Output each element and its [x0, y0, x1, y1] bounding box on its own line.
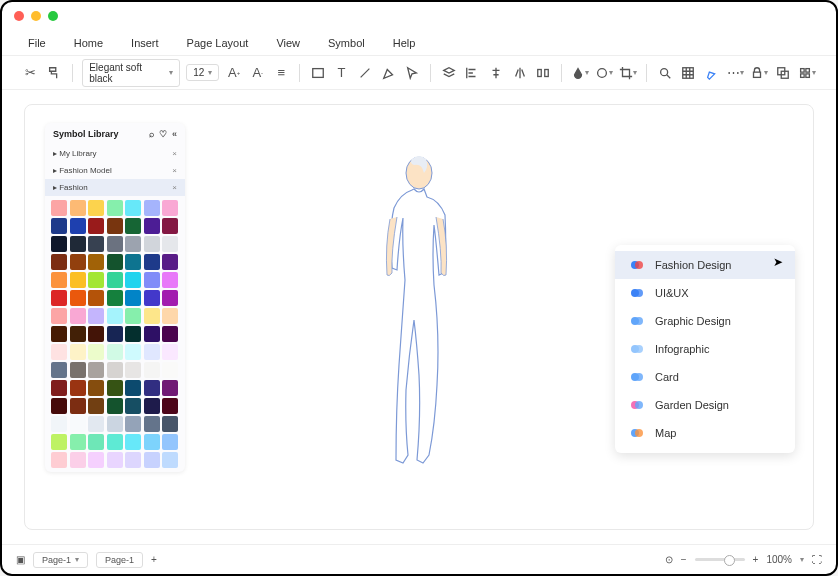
symbol-item[interactable] [144, 362, 160, 378]
distribute-icon[interactable] [534, 64, 552, 82]
symbol-item[interactable] [88, 326, 104, 342]
symbol-item[interactable] [51, 236, 67, 252]
symbol-item[interactable] [88, 434, 104, 450]
menu-view[interactable]: View [276, 37, 300, 49]
symbol-item[interactable] [51, 362, 67, 378]
symbol-item[interactable] [107, 380, 123, 396]
template-garden-design[interactable]: Garden Design [615, 391, 795, 419]
symbol-item[interactable] [51, 290, 67, 306]
symbol-item[interactable] [162, 254, 178, 270]
symbol-item[interactable] [125, 290, 141, 306]
symbol-item[interactable] [51, 272, 67, 288]
decrease-font-icon[interactable]: A- [249, 64, 267, 82]
symbol-item[interactable] [88, 218, 104, 234]
symbol-item[interactable] [144, 308, 160, 324]
symbol-item[interactable] [107, 344, 123, 360]
fullscreen-icon[interactable]: ⛶ [812, 554, 822, 565]
text-tool-icon[interactable]: T [333, 64, 351, 82]
font-select[interactable]: Elegant soft black▾ [82, 59, 180, 87]
align-left-icon[interactable] [464, 64, 482, 82]
symbol-item[interactable] [144, 380, 160, 396]
symbol-item[interactable] [88, 290, 104, 306]
add-page-button[interactable]: + [151, 554, 157, 565]
symbol-item[interactable] [88, 200, 104, 216]
symbol-item[interactable] [162, 434, 178, 450]
search-icon[interactable]: ⌕ [149, 129, 154, 139]
symbol-item[interactable] [144, 326, 160, 342]
rectangle-tool-icon[interactable] [309, 64, 327, 82]
menu-home[interactable]: Home [74, 37, 103, 49]
symbol-item[interactable] [162, 344, 178, 360]
symbol-item[interactable] [70, 218, 86, 234]
flip-h-icon[interactable] [511, 64, 529, 82]
menu-symbol[interactable]: Symbol [328, 37, 365, 49]
symbol-item[interactable] [144, 218, 160, 234]
symbol-item[interactable] [88, 254, 104, 270]
symbol-item[interactable] [162, 398, 178, 414]
symbol-item[interactable] [107, 308, 123, 324]
symbol-item[interactable] [125, 308, 141, 324]
menu-help[interactable]: Help [393, 37, 416, 49]
symbol-item[interactable] [51, 326, 67, 342]
search-icon[interactable] [656, 64, 674, 82]
symbol-item[interactable] [144, 254, 160, 270]
cut-icon[interactable]: ✂ [22, 64, 40, 82]
symbol-item[interactable] [107, 200, 123, 216]
symbol-item[interactable] [51, 200, 67, 216]
close-button[interactable] [14, 11, 24, 21]
category-fashion-model[interactable]: ▸ Fashion Model× [45, 162, 185, 179]
page-tab[interactable]: Page-1 [96, 552, 143, 568]
symbol-item[interactable] [162, 326, 178, 342]
symbol-item[interactable] [107, 254, 123, 270]
symbol-item[interactable] [107, 326, 123, 342]
fill-color-icon[interactable]: ▾ [571, 64, 589, 82]
collapse-icon[interactable]: « [172, 129, 177, 139]
symbol-item[interactable] [107, 452, 123, 468]
cursor-tool-icon[interactable] [404, 64, 422, 82]
symbol-item[interactable] [144, 452, 160, 468]
template-graphic-design[interactable]: Graphic Design [615, 307, 795, 335]
group-icon[interactable] [774, 64, 792, 82]
format-painter-icon[interactable] [46, 64, 64, 82]
symbol-item[interactable] [88, 308, 104, 324]
symbol-item[interactable] [51, 308, 67, 324]
symbol-item[interactable] [162, 416, 178, 432]
symbol-item[interactable] [125, 380, 141, 396]
symbol-item[interactable] [70, 398, 86, 414]
symbol-item[interactable] [125, 434, 141, 450]
symbol-item[interactable] [144, 344, 160, 360]
layout-icon[interactable]: ▣ [16, 554, 25, 565]
symbol-item[interactable] [162, 380, 178, 396]
fit-icon[interactable]: ⊙ [665, 554, 673, 565]
symbol-item[interactable] [144, 416, 160, 432]
template-ui-ux[interactable]: UI&UX [615, 279, 795, 307]
shape-icon[interactable]: ▾ [595, 64, 613, 82]
text-style-icon[interactable]: ≡ [273, 64, 291, 82]
symbol-item[interactable] [70, 362, 86, 378]
symbol-item[interactable] [107, 416, 123, 432]
symbol-item[interactable] [70, 236, 86, 252]
symbol-item[interactable] [144, 272, 160, 288]
symbol-item[interactable] [162, 200, 178, 216]
symbol-item[interactable] [70, 434, 86, 450]
favorite-icon[interactable]: ♡ [159, 129, 167, 139]
symbol-item[interactable] [51, 416, 67, 432]
menu-insert[interactable]: Insert [131, 37, 159, 49]
symbol-item[interactable] [125, 416, 141, 432]
symbol-item[interactable] [70, 308, 86, 324]
symbol-item[interactable] [125, 236, 141, 252]
symbol-item[interactable] [70, 344, 86, 360]
symbol-item[interactable] [88, 344, 104, 360]
crop-icon[interactable]: ▾ [619, 64, 637, 82]
template-map[interactable]: Map [615, 419, 795, 447]
category-my-library[interactable]: ▸ My Library× [45, 145, 185, 162]
symbol-item[interactable] [51, 254, 67, 270]
symbol-item[interactable] [70, 290, 86, 306]
increase-font-icon[interactable]: A+ [225, 64, 243, 82]
template-card[interactable]: Card [615, 363, 795, 391]
symbol-item[interactable] [125, 362, 141, 378]
symbol-item[interactable] [88, 272, 104, 288]
symbol-item[interactable] [70, 326, 86, 342]
symbol-item[interactable] [70, 254, 86, 270]
symbol-item[interactable] [125, 326, 141, 342]
